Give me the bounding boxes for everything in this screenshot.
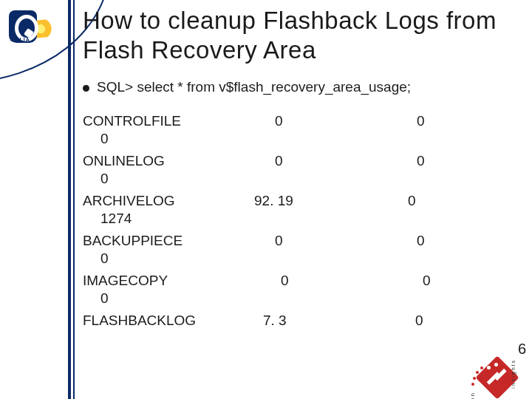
percent-used-cell: 0: [281, 273, 289, 289]
bullet-line: SQL> select * from v$flash_recovery_area…: [83, 79, 519, 95]
brand-logo: ROLIA: [4, 6, 68, 50]
brand-text: ROLIA: [10, 37, 30, 42]
percent-used-cell: 7. 3: [263, 313, 287, 329]
percent-reclaimable-cell: 0: [417, 233, 425, 249]
number-of-files-cell: 1274: [100, 211, 132, 227]
sql-command-text: SQL> select * from v$flash_recovery_area…: [97, 79, 411, 95]
number-of-files-cell: 0: [100, 171, 109, 187]
percent-used-cell: 0: [275, 113, 283, 129]
file-type-cell: FLASHBACKLOG: [83, 313, 196, 329]
number-of-files-cell: 0: [100, 290, 109, 307]
percent-reclaimable-cell: 0: [417, 153, 425, 169]
percent-used-cell: 0: [275, 233, 283, 249]
percent-reclaimable-cell: 0: [417, 113, 425, 129]
slide-title: How to cleanup Flashback Logs from Flash…: [83, 6, 519, 66]
table-row: ONLINELOG000: [83, 153, 519, 193]
percent-reclaimable-cell: 0: [408, 193, 416, 209]
file-type-cell: BACKUPPIECE: [83, 233, 183, 249]
file-type-cell: ONLINELOG: [83, 153, 165, 169]
footer-logo: innovation insights: [466, 346, 513, 393]
percent-reclaimable-cell: 0: [415, 313, 423, 329]
number-of-files-cell: 0: [100, 131, 109, 147]
table-row: FLASHBACKLOG7. 30: [83, 313, 519, 333]
content-area: How to cleanup Flashback Logs from Flash…: [83, 6, 519, 333]
page-number: 6: [518, 341, 526, 358]
slide: ROLIA How to cleanup Flashback Logs from…: [0, 0, 532, 399]
table-row: BACKUPPIECE000: [83, 233, 519, 273]
footer-logo-word2: insights: [511, 359, 516, 389]
table-row: IMAGECOPY000: [83, 273, 519, 313]
file-type-cell: IMAGECOPY: [83, 273, 168, 289]
table-row: CONTROLFILE000: [83, 113, 519, 153]
file-type-cell: ARCHIVELOG: [83, 193, 175, 209]
usage-table: CONTROLFILE000ONLINELOG000ARCHIVELOG1274…: [83, 113, 519, 333]
footer-logo-dot-icon: [494, 363, 498, 366]
number-of-files-cell: 0: [100, 250, 109, 267]
footer-logo-dot-icon: [487, 366, 491, 369]
percent-used-cell: 0: [275, 153, 283, 169]
footer-logo-word1: innovation: [469, 392, 476, 399]
percent-reclaimable-cell: 0: [423, 273, 431, 289]
percent-used-cell: 92. 19: [254, 193, 293, 209]
file-type-cell: CONTROLFILE: [83, 113, 181, 129]
bullet-icon: [83, 85, 89, 92]
table-row: ARCHIVELOG127492. 190: [83, 193, 519, 233]
